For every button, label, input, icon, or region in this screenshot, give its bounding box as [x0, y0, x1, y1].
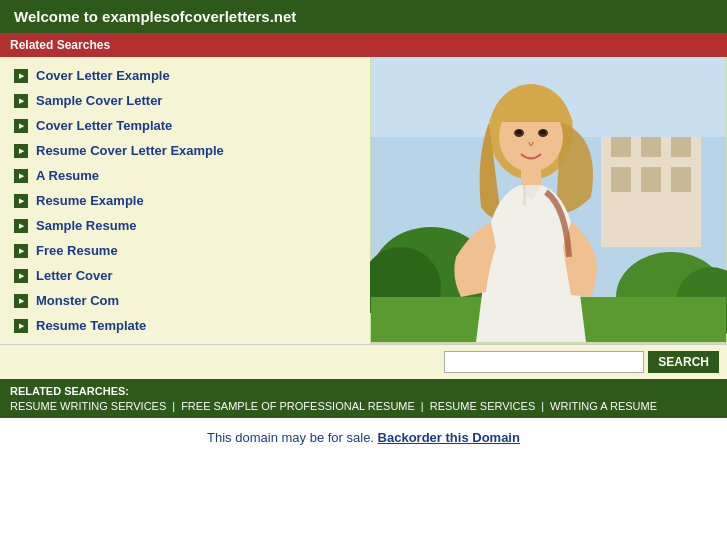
arrow-icon [14, 144, 28, 158]
arrow-icon [14, 319, 28, 333]
search-link-item: Cover Letter Example [10, 63, 360, 88]
main-content: Cover Letter ExampleSample Cover LetterC… [0, 57, 727, 344]
search-link-item: Monster Com [10, 288, 360, 313]
arrow-icon [14, 94, 28, 108]
search-link[interactable]: Sample Resume [36, 218, 136, 233]
svg-rect-6 [641, 167, 661, 192]
svg-rect-7 [671, 167, 691, 192]
search-input[interactable] [444, 351, 644, 373]
search-link[interactable]: Free Resume [36, 243, 118, 258]
search-link-item: A Resume [10, 163, 360, 188]
right-panel [370, 57, 727, 344]
search-link[interactable]: Cover Letter Template [36, 118, 172, 133]
footer-related-title: RELATED SEARCHES: [10, 385, 717, 397]
search-link-item: Letter Cover [10, 263, 360, 288]
search-link-item: Resume Template [10, 313, 360, 338]
footer-link[interactable]: FREE SAMPLE OF PROFESSIONAL RESUME [181, 400, 415, 412]
arrow-icon [14, 219, 28, 233]
header: Welcome to examplesofcoverletters.net [0, 0, 727, 33]
search-link[interactable]: Cover Letter Example [36, 68, 170, 83]
domain-notice: This domain may be for sale. Backorder t… [0, 418, 727, 457]
search-link-item: Free Resume [10, 238, 360, 263]
svg-point-20 [540, 130, 546, 135]
svg-rect-5 [611, 167, 631, 192]
footer-link[interactable]: WRITING A RESUME [550, 400, 657, 412]
footer-separator: | [172, 400, 175, 412]
footer-link[interactable]: RESUME SERVICES [430, 400, 536, 412]
search-link-item: Resume Cover Letter Example [10, 138, 360, 163]
arrow-icon [14, 69, 28, 83]
search-button[interactable]: SEARCH [648, 351, 719, 373]
footer-separator: | [421, 400, 424, 412]
search-link[interactable]: Resume Cover Letter Example [36, 143, 224, 158]
footer-links: RESUME WRITING SERVICES|FREE SAMPLE OF P… [10, 400, 717, 412]
arrow-icon [14, 169, 28, 183]
search-link-item: Resume Example [10, 188, 360, 213]
search-link[interactable]: Resume Example [36, 193, 144, 208]
search-link-item: Cover Letter Template [10, 113, 360, 138]
related-searches-label: Related Searches [10, 38, 110, 52]
search-bar-row: SEARCH [0, 344, 727, 379]
footer-related: RELATED SEARCHES: RESUME WRITING SERVICE… [0, 379, 727, 418]
svg-rect-22 [523, 185, 526, 205]
footer-separator: | [541, 400, 544, 412]
search-link[interactable]: Resume Template [36, 318, 146, 333]
arrow-icon [14, 194, 28, 208]
photo-area [370, 57, 727, 342]
arrow-icon [14, 269, 28, 283]
domain-notice-text: This domain may be for sale. [207, 430, 374, 445]
search-link[interactable]: A Resume [36, 168, 99, 183]
arrow-icon [14, 294, 28, 308]
arrow-icon [14, 119, 28, 133]
search-link[interactable]: Monster Com [36, 293, 119, 308]
search-link-item: Sample Cover Letter [10, 88, 360, 113]
related-searches-bar: Related Searches [0, 33, 727, 57]
arrow-icon [14, 244, 28, 258]
search-link[interactable]: Letter Cover [36, 268, 113, 283]
header-title: Welcome to examplesofcoverletters.net [0, 0, 727, 33]
svg-point-19 [516, 130, 522, 135]
left-panel: Cover Letter ExampleSample Cover LetterC… [0, 57, 370, 344]
search-link[interactable]: Sample Cover Letter [36, 93, 162, 108]
backorder-link[interactable]: Backorder this Domain [378, 430, 520, 445]
footer-link[interactable]: RESUME WRITING SERVICES [10, 400, 166, 412]
search-link-item: Sample Resume [10, 213, 360, 238]
